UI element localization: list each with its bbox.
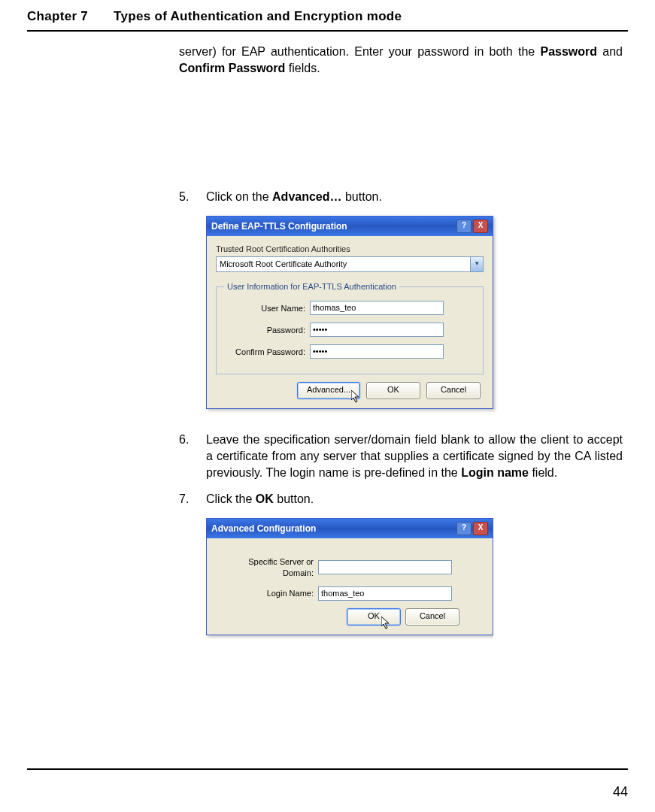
server-domain-label: Specific Server or Domain: — [217, 556, 318, 579]
dialog-title: Define EAP-TTLS Configuration — [211, 220, 347, 232]
header-rule — [27, 30, 628, 32]
username-label: User Name: — [224, 303, 310, 314]
intro-paragraph: server) for EAP authentication. Enter yo… — [179, 44, 623, 76]
dialog-titlebar[interactable]: Advanced Configuration ? X — [207, 519, 493, 538]
advanced-config-dialog: Advanced Configuration ? X Specific Serv… — [206, 518, 493, 635]
login-name-label: Login Name: — [217, 588, 318, 599]
step-number: 7. — [179, 491, 206, 508]
user-info-fieldset: User Information for EAP-TTLS Authentica… — [216, 281, 484, 375]
ok-button[interactable]: OK — [347, 608, 401, 626]
advanced-button[interactable]: Advanced... — [297, 382, 360, 399]
step-number: 6. — [179, 432, 206, 480]
page-number: 44 — [613, 784, 628, 800]
combo-value: Microsoft Root Certificate Authority — [217, 257, 470, 271]
cancel-button[interactable]: Cancel — [405, 608, 459, 626]
chapter-title: Types of Authentication and Encryption m… — [114, 9, 402, 23]
fieldset-legend: User Information for EAP-TTLS Authentica… — [224, 281, 399, 292]
chapter-label: Chapter 7 — [27, 9, 88, 23]
step-text: Leave the specification server/domain fi… — [206, 432, 623, 480]
step-number: 5. — [179, 189, 206, 205]
dialog-title: Advanced Configuration — [211, 523, 316, 535]
trusted-root-label: Trusted Root Certification Authorities — [216, 244, 484, 255]
confirm-password-input[interactable]: ••••• — [310, 344, 444, 359]
password-label: Password: — [224, 325, 310, 336]
cancel-button[interactable]: Cancel — [426, 382, 481, 399]
close-button[interactable]: X — [473, 522, 488, 535]
login-name-input[interactable]: thomas_teo — [318, 586, 452, 601]
help-button[interactable]: ? — [456, 522, 472, 535]
confirm-password-label: Confirm Password: — [224, 347, 310, 358]
ok-button[interactable]: OK — [366, 382, 420, 399]
chapter-header: Chapter 7Types of Authentication and Enc… — [27, 9, 628, 24]
step-5: 5. Click on the Advanced… button. — [179, 189, 623, 205]
trusted-root-combo[interactable]: Microsoft Root Certificate Authority ▾ — [216, 256, 484, 272]
step-text: Click the OK button. — [206, 491, 623, 508]
step-7: 7. Click the OK button. — [179, 491, 623, 508]
chevron-down-icon[interactable]: ▾ — [470, 257, 483, 271]
password-input[interactable]: ••••• — [310, 323, 444, 337]
footer-rule — [27, 768, 628, 770]
step-6: 6. Leave the specification server/domain… — [179, 432, 623, 480]
username-input[interactable]: thomas_teo — [310, 301, 444, 315]
server-domain-input[interactable] — [318, 560, 452, 574]
step-text: Click on the Advanced… button. — [206, 189, 623, 205]
close-button[interactable]: X — [473, 220, 488, 233]
help-button[interactable]: ? — [456, 220, 472, 233]
eap-ttls-dialog: Define EAP-TTLS Configuration ? X Truste… — [206, 216, 493, 410]
dialog-titlebar[interactable]: Define EAP-TTLS Configuration ? X — [207, 217, 493, 236]
